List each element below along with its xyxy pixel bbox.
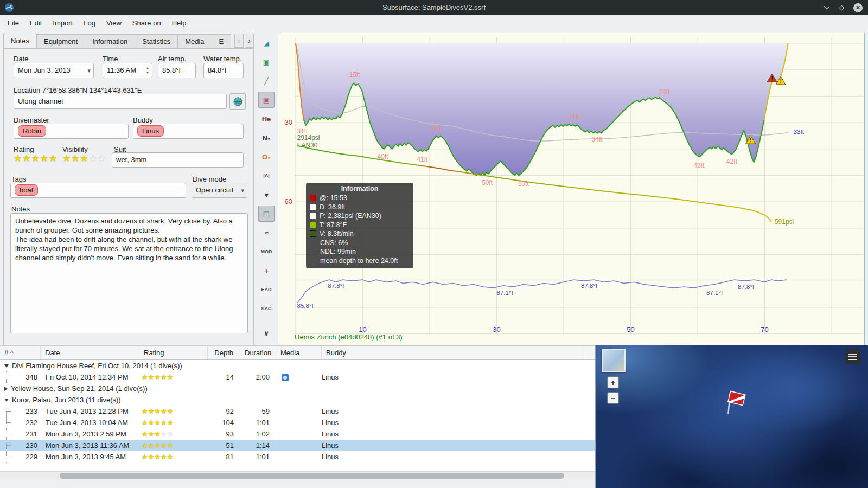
star-filled-icon[interactable]: ★ (148, 453, 155, 461)
collapse-arrow-icon[interactable] (4, 399, 9, 402)
star-filled-icon[interactable]: ★ (154, 453, 161, 461)
star-filled-icon[interactable]: ★ (71, 153, 80, 164)
divemaster-chip[interactable]: Robin (18, 125, 46, 137)
column-header-depth[interactable]: Depth (208, 346, 240, 359)
star-filled-icon[interactable]: ★ (148, 373, 155, 381)
title-bar[interactable]: Subsurface: SampleDivesV2.ssrf × (0, 0, 868, 15)
menu-help[interactable]: Help (167, 15, 192, 31)
budd-chip[interactable]: Linus (137, 125, 164, 137)
star-filled-icon[interactable]: ★ (154, 430, 161, 438)
star-empty-icon[interactable]: ★ (167, 430, 174, 438)
horizontal-scrollbar[interactable] (0, 471, 595, 479)
star-filled-icon[interactable]: ★ (148, 430, 155, 438)
dive-profile-chart[interactable]: 30601030507031ft15ft40ft41ft35ft50ft50ft… (278, 33, 865, 346)
star-filled-icon[interactable]: ★ (167, 419, 174, 427)
scrollbar-handle[interactable] (60, 473, 564, 479)
star-filled-icon[interactable]: ★ (142, 373, 148, 381)
tab-information[interactable]: Information (85, 34, 135, 49)
star-filled-icon[interactable]: ★ (161, 407, 167, 415)
visibility-stars[interactable]: ★★★★★ (62, 153, 106, 164)
column-header-num[interactable]: # ^ (0, 346, 41, 359)
dive-flag-marker[interactable] (722, 390, 747, 419)
star-filled-icon[interactable]: ★ (80, 153, 89, 164)
photos-icon[interactable]: ▣ (258, 54, 275, 70)
tank-pressure-toggle-icon[interactable]: ▤ (258, 206, 275, 222)
media-photo-icon[interactable] (282, 374, 289, 381)
mod-icon[interactable]: MOD (258, 243, 275, 260)
oxygen-graph-icon[interactable]: O₂ (258, 149, 275, 165)
star-filled-icon[interactable]: ★ (148, 441, 155, 450)
star-filled-icon[interactable]: ★ (161, 419, 167, 427)
star-filled-icon[interactable]: ★ (154, 373, 161, 381)
sac-icon[interactable]: SAC (258, 300, 275, 317)
helium-graph-icon[interactable]: He (258, 111, 275, 127)
dive-row[interactable]: 229Mon Jun 3, 2013 9:45 AM★★★★★811:01Lin… (0, 451, 595, 463)
close-button[interactable]: × (853, 3, 863, 12)
trip-row[interactable]: Divi Flamingo House Reef, Fri Oct 10, 20… (0, 360, 595, 371)
dive-row[interactable]: 232Tue Jun 4, 2013 10:04 AM★★★★★1041:01L… (0, 417, 595, 428)
dive-site-map[interactable]: + − (595, 345, 868, 488)
star-empty-icon[interactable]: ★ (89, 153, 98, 164)
air-temp-input[interactable]: 85.8°F (158, 63, 196, 78)
star-filled-icon[interactable]: ★ (167, 373, 174, 381)
water-temp-input[interactable]: 84.8°F (203, 63, 244, 78)
minimize-button[interactable] (824, 5, 830, 10)
heart-rate-icon[interactable]: ♥ (258, 187, 275, 203)
star-filled-icon[interactable]: ★ (31, 153, 40, 164)
dive-row[interactable]: 231Mon Jun 3, 2013 2:59 PM★★★★★931:02Lin… (0, 428, 595, 440)
tag-chip[interactable]: boat (15, 184, 38, 196)
ruler-icon[interactable]: ╱ (258, 73, 275, 89)
tab-media[interactable]: Media (178, 34, 212, 49)
time-input[interactable]: 11:36 AM▴▾ (103, 63, 152, 78)
column-header-date[interactable]: Date (41, 346, 139, 359)
star-filled-icon[interactable]: ★ (167, 453, 174, 461)
dive-mode-select[interactable]: Open circuit▾ (192, 183, 247, 198)
gas-delta-icon[interactable]: |Δ| (258, 168, 275, 184)
date-input[interactable]: Mon Jun 3, 2013▾ (14, 63, 94, 78)
buddy-input[interactable]: Linus (133, 124, 244, 139)
star-filled-icon[interactable]: ★ (154, 407, 161, 415)
scale-graph-icon[interactable]: ◢ (258, 35, 275, 51)
tab-scroll-left-button[interactable]: ‹ (234, 34, 244, 48)
collapse-arrow-icon[interactable] (4, 364, 9, 368)
trip-row[interactable]: Koror, Palau, Jun 2013 (11 dive(s)) (0, 394, 595, 406)
ead-icon[interactable]: EAD (258, 281, 275, 298)
map-menu-button[interactable] (845, 349, 860, 364)
star-empty-icon[interactable]: ★ (98, 153, 106, 164)
star-filled-icon[interactable]: ★ (161, 373, 167, 381)
star-filled-icon[interactable]: ★ (142, 407, 148, 415)
star-filled-icon[interactable]: ★ (40, 153, 49, 164)
star-filled-icon[interactable]: ★ (154, 419, 161, 427)
menu-share-on[interactable]: Share on (127, 15, 167, 31)
dive-row[interactable]: 233Tue Jun 4, 2013 12:28 PM★★★★★9259Linu… (0, 406, 595, 417)
tags-input[interactable]: boat (10, 183, 186, 198)
ceiling-icon[interactable]: ≈ (258, 224, 275, 241)
location-map-button[interactable] (229, 93, 246, 110)
nitrogen-graph-icon[interactable]: N₂ (258, 130, 275, 146)
map-zoom-in-button[interactable]: + (607, 376, 619, 388)
star-filled-icon[interactable]: ★ (62, 153, 71, 164)
tab-equipment[interactable]: Equipment (37, 34, 85, 49)
star-filled-icon[interactable]: ★ (142, 453, 148, 461)
tab-notes[interactable]: Notes (3, 33, 37, 49)
map-overview-thumbnail[interactable] (602, 349, 626, 372)
star-filled-icon[interactable]: ★ (22, 153, 31, 164)
star-filled-icon[interactable]: ★ (148, 419, 155, 427)
star-filled-icon[interactable]: ★ (161, 441, 167, 450)
column-header-duration[interactable]: Duration (240, 346, 276, 359)
star-filled-icon[interactable]: ★ (49, 153, 58, 164)
star-filled-icon[interactable]: ★ (142, 430, 148, 438)
notes-textarea[interactable]: Unbelievable dive. Dozens and dozens of … (10, 213, 248, 333)
tab-scroll-right-button[interactable]: › (245, 34, 254, 48)
star-filled-icon[interactable]: ★ (167, 441, 174, 450)
star-filled-icon[interactable]: ★ (167, 407, 174, 415)
location-input[interactable]: Ulong channel (14, 94, 227, 109)
time-spinner[interactable]: ▴▾ (143, 63, 152, 78)
maximize-button[interactable] (839, 5, 845, 11)
rating-stars[interactable]: ★★★★★ (14, 153, 58, 164)
map-zoom-out-button[interactable]: − (607, 392, 619, 404)
show-photos-toggle-icon[interactable]: ▣ (258, 92, 275, 108)
ndl-icon[interactable]: + (258, 262, 275, 279)
trip-row[interactable]: Yellow House, Sun Sep 21, 2014 (1 dive(s… (0, 383, 595, 394)
star-filled-icon[interactable]: ★ (142, 441, 148, 450)
